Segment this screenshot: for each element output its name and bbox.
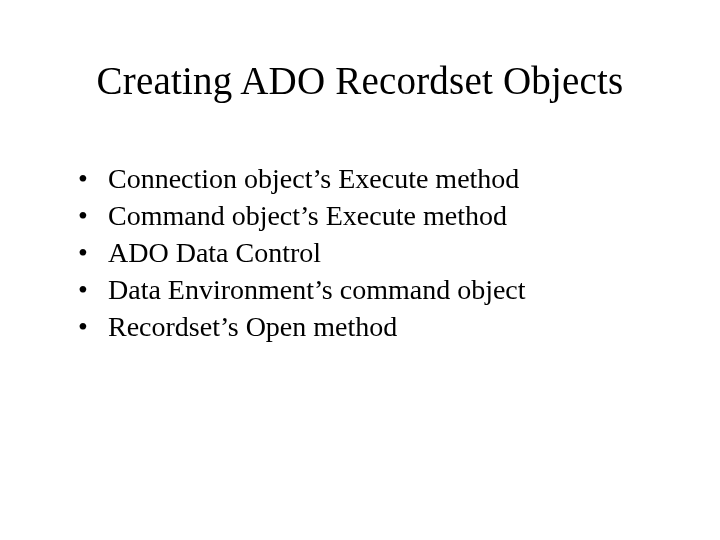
list-item: ADO Data Control	[78, 235, 670, 272]
slide: Creating ADO Recordset Objects Connectio…	[0, 0, 720, 540]
bullet-list: Connection object’s Execute method Comma…	[50, 161, 670, 346]
slide-title: Creating ADO Recordset Objects	[50, 58, 670, 103]
list-item: Connection object’s Execute method	[78, 161, 670, 198]
list-item: Recordset’s Open method	[78, 309, 670, 346]
list-item: Data Environment’s command object	[78, 272, 670, 309]
list-item: Command object’s Execute method	[78, 198, 670, 235]
